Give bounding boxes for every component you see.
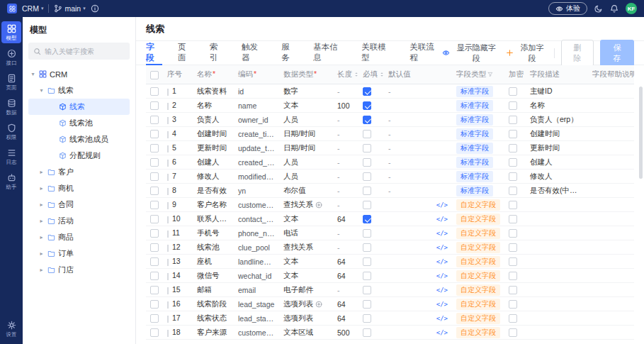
tree-caret-icon[interactable]: ▸ bbox=[38, 169, 45, 175]
tab-关联模型[interactable]: 关联模型 bbox=[361, 41, 394, 65]
rail-item-助手[interactable]: 助手 bbox=[1, 170, 21, 192]
encrypt-checkbox[interactable] bbox=[509, 201, 517, 209]
relation-link-icon[interactable] bbox=[315, 301, 322, 308]
rail-item-接口[interactable]: 接口 bbox=[1, 46, 21, 68]
encrypt-checkbox[interactable] bbox=[509, 286, 517, 294]
table-row[interactable]: 13座机landline_ph...文本64</>自定义字段 bbox=[146, 255, 634, 269]
column-header-required[interactable]: 必填 bbox=[358, 65, 384, 84]
tab-关联流程[interactable]: 关联流程 bbox=[409, 41, 442, 65]
rail-item-模型[interactable]: 模型 bbox=[1, 21, 21, 43]
toolbar-button-保存[interactable]: 保存 bbox=[600, 40, 634, 67]
row-checkbox[interactable] bbox=[150, 300, 159, 309]
drag-handle-icon[interactable] bbox=[167, 89, 169, 96]
tree-item-线索池[interactable]: 线索池 bbox=[28, 115, 130, 131]
code-editor-icon[interactable]: </> bbox=[436, 315, 448, 322]
required-checkbox[interactable] bbox=[363, 300, 371, 309]
tree-item-线索池成员[interactable]: 线索池成员 bbox=[28, 131, 130, 148]
code-editor-icon[interactable]: </> bbox=[436, 216, 448, 223]
drag-handle-icon[interactable] bbox=[167, 174, 169, 181]
sort-icon[interactable] bbox=[379, 72, 384, 77]
encrypt-checkbox[interactable] bbox=[509, 101, 517, 110]
tree-folder-门店[interactable]: ▸门店 bbox=[28, 262, 130, 278]
tree-caret-icon[interactable]: ▾ bbox=[38, 87, 45, 94]
table-row[interactable]: 4创建时间create_time日期/时间--标准字段创建时间 bbox=[146, 127, 634, 141]
row-checkbox[interactable] bbox=[150, 328, 159, 337]
sort-icon[interactable] bbox=[354, 72, 358, 77]
table-row[interactable]: 8是否有效yn布尔值--标准字段是否有效(中文是... bbox=[146, 184, 634, 198]
row-checkbox[interactable] bbox=[150, 144, 159, 152]
drag-handle-icon[interactable] bbox=[167, 330, 169, 337]
info-icon[interactable] bbox=[91, 4, 99, 13]
tab-索引[interactable]: 索引 bbox=[210, 41, 226, 65]
required-checkbox[interactable] bbox=[363, 116, 371, 124]
row-checkbox[interactable] bbox=[150, 101, 159, 110]
theme-toggle-icon[interactable] bbox=[594, 4, 603, 13]
tree-folder-商机[interactable]: ▸商机 bbox=[28, 180, 130, 196]
tree-caret-icon[interactable]: ▸ bbox=[38, 201, 45, 208]
required-checkbox[interactable] bbox=[363, 201, 371, 209]
code-editor-icon[interactable]: </> bbox=[436, 272, 448, 279]
tab-页面[interactable]: 页面 bbox=[178, 41, 194, 65]
tab-触发器[interactable]: 触发器 bbox=[242, 41, 266, 65]
toolbar-button-添加字段[interactable]: 添加字段 bbox=[506, 43, 548, 64]
code-editor-icon[interactable]: </> bbox=[436, 201, 448, 209]
table-row[interactable]: 9客户名称customer_id查找关系-</>自定义字段 bbox=[146, 198, 634, 212]
drag-handle-icon[interactable] bbox=[167, 245, 169, 252]
table-row[interactable]: 14微信号wechat_id文本64</>自定义字段 bbox=[146, 269, 634, 283]
required-checkbox[interactable] bbox=[363, 144, 371, 152]
table-row[interactable]: 7修改人modified_u...人员--标准字段修改人 bbox=[146, 170, 634, 184]
table-row[interactable]: 12线索池clue_pool查找关系-</>自定义字段 bbox=[146, 240, 634, 255]
row-checkbox[interactable] bbox=[150, 116, 159, 124]
tree-folder-活动[interactable]: ▸活动 bbox=[28, 213, 130, 229]
row-checkbox[interactable] bbox=[150, 187, 159, 195]
required-checkbox[interactable] bbox=[363, 130, 371, 138]
tree-folder-合同[interactable]: ▸合同 bbox=[28, 196, 130, 213]
vertical-scrollbar[interactable] bbox=[639, 87, 643, 179]
tab-基本信息[interactable]: 基本信息 bbox=[313, 41, 346, 65]
required-checkbox[interactable] bbox=[363, 187, 371, 195]
table-row[interactable]: 2名称name文本100标准字段名称 bbox=[146, 99, 634, 113]
tree-folder-订单[interactable]: ▸订单 bbox=[28, 245, 130, 262]
column-header-ftype[interactable]: 字段类型 bbox=[452, 65, 504, 84]
sidebar-search[interactable] bbox=[28, 43, 130, 60]
tree-caret-icon[interactable]: ▸ bbox=[38, 267, 45, 273]
drag-handle-icon[interactable] bbox=[167, 316, 169, 323]
toolbar-button-显示隐藏字段[interactable]: 显示隐藏字段 bbox=[442, 43, 499, 64]
row-checkbox[interactable] bbox=[150, 257, 159, 266]
tree-caret-icon[interactable]: ▸ bbox=[38, 185, 45, 192]
rail-item-权限[interactable]: 权限 bbox=[1, 121, 21, 143]
app-switcher[interactable]: CRM ▾ bbox=[22, 4, 43, 13]
required-checkbox[interactable] bbox=[363, 257, 371, 266]
table-row[interactable]: 5更新时间update_time日期/时间--标准字段更新时间 bbox=[146, 141, 634, 155]
table-row[interactable]: 3负责人owner_id人员--标准字段负责人（erp） bbox=[146, 113, 634, 127]
tree-folder-客户[interactable]: ▸客户 bbox=[28, 164, 130, 180]
drag-handle-icon[interactable] bbox=[167, 287, 169, 294]
preview-button[interactable]: 体验 bbox=[548, 2, 587, 15]
rail-item-页面[interactable]: 页面 bbox=[1, 71, 21, 93]
tree-folder-线索[interactable]: ▾线索 bbox=[28, 82, 130, 99]
notifications-icon[interactable] bbox=[610, 4, 618, 13]
drag-handle-icon[interactable] bbox=[167, 259, 169, 266]
encrypt-checkbox[interactable] bbox=[509, 187, 517, 195]
required-checkbox[interactable] bbox=[363, 101, 371, 110]
encrypt-checkbox[interactable] bbox=[509, 328, 517, 337]
drag-handle-icon[interactable] bbox=[167, 301, 169, 309]
column-header-len[interactable]: 长度 bbox=[333, 65, 358, 84]
table-row[interactable]: 6创建人created_user人员--标准字段创建人 bbox=[146, 155, 634, 170]
encrypt-checkbox[interactable] bbox=[509, 116, 517, 124]
required-checkbox[interactable] bbox=[363, 243, 371, 252]
encrypt-checkbox[interactable] bbox=[509, 243, 517, 252]
branch-switcher[interactable]: main ▾ bbox=[54, 4, 85, 13]
table-row[interactable]: 18客户来源customer_...文本区域500</>自定义字段 bbox=[146, 326, 634, 340]
table-row[interactable]: 1线索资料id数字--标准字段主键ID bbox=[146, 84, 634, 99]
tree-caret-icon[interactable]: ▸ bbox=[38, 234, 45, 240]
row-checkbox[interactable] bbox=[150, 201, 159, 209]
tree-folder-商品[interactable]: ▸商品 bbox=[28, 229, 130, 245]
drag-handle-icon[interactable] bbox=[167, 202, 169, 209]
drag-handle-icon[interactable] bbox=[167, 145, 169, 152]
filter-icon[interactable] bbox=[487, 72, 493, 77]
table-row[interactable]: 11手机号phone_nu...电话-</>自定义字段 bbox=[146, 226, 634, 240]
row-checkbox[interactable] bbox=[150, 158, 159, 167]
drag-handle-icon[interactable] bbox=[167, 188, 169, 195]
required-checkbox[interactable] bbox=[363, 158, 371, 167]
